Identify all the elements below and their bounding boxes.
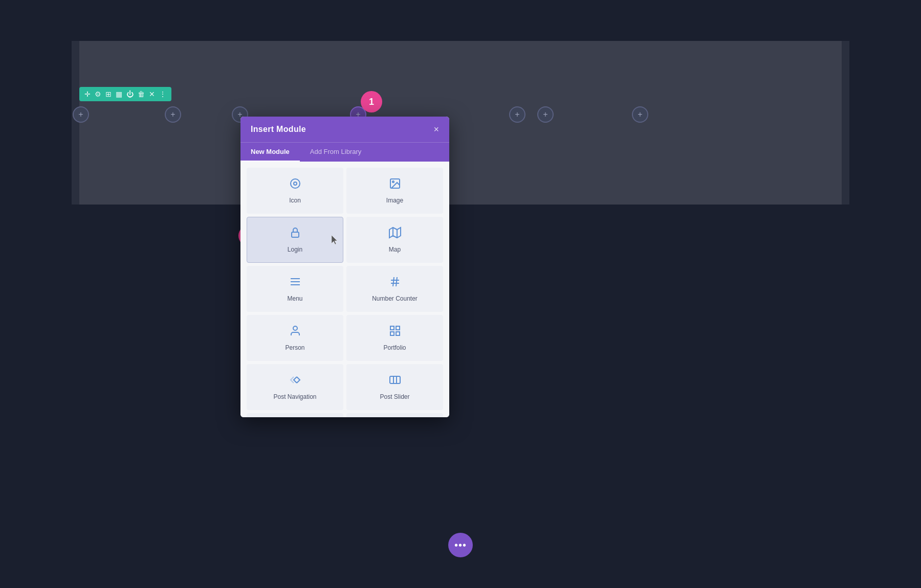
plus-button-5[interactable]: + <box>509 106 525 123</box>
post-navigation-module-label: Post Navigation <box>273 393 316 400</box>
trash-toolbar-icon[interactable]: 🗑 <box>138 90 145 98</box>
module-item-pricing-tables[interactable]: Pricing Tables <box>346 413 443 417</box>
post-slider-module-label: Post Slider <box>380 393 409 400</box>
module-item-post-navigation[interactable]: Post Navigation <box>247 364 343 410</box>
canvas-area <box>72 41 849 205</box>
module-grid: Icon Image <box>245 166 445 417</box>
module-item-menu[interactable]: Menu <box>247 266 343 312</box>
close-toolbar-icon[interactable]: ✕ <box>149 90 155 98</box>
svg-rect-18 <box>396 332 400 335</box>
module-item-person[interactable]: Person <box>247 315 343 361</box>
svg-marker-5 <box>389 228 401 238</box>
modal-title: Insert Module <box>251 125 306 134</box>
icon-module-label: Icon <box>289 197 301 204</box>
dots-button[interactable]: ••• <box>448 533 473 557</box>
tab-new-module[interactable]: New Module <box>240 143 300 162</box>
power-toolbar-icon[interactable]: ⏻ <box>126 90 134 98</box>
map-module-icon <box>389 227 401 242</box>
plus-button-7[interactable]: + <box>632 106 648 123</box>
person-module-label: Person <box>285 344 304 351</box>
person-module-icon <box>289 325 301 340</box>
login-module-label: Login <box>288 246 302 253</box>
modal-tabs: New Module Add From Library <box>240 142 449 162</box>
module-item-login[interactable]: Login <box>247 217 343 263</box>
menu-module-icon <box>289 276 301 291</box>
svg-rect-20 <box>390 376 400 383</box>
tab-add-from-library[interactable]: Add From Library <box>300 143 371 162</box>
svg-point-0 <box>291 179 300 188</box>
svg-rect-4 <box>292 232 299 237</box>
module-item-portfolio[interactable]: Portfolio <box>346 315 443 361</box>
portfolio-module-label: Portfolio <box>383 344 406 351</box>
columns-toolbar-icon[interactable]: ▦ <box>116 90 122 98</box>
module-item-map[interactable]: Map <box>346 217 443 263</box>
image-module-icon <box>389 177 401 193</box>
plus-button-2[interactable]: + <box>165 106 181 123</box>
portfolio-module-icon <box>389 325 401 340</box>
svg-rect-19 <box>390 332 394 335</box>
module-item-icon[interactable]: Icon <box>247 168 343 214</box>
number-counter-module-icon <box>389 276 401 291</box>
post-slider-module-icon <box>389 374 401 389</box>
svg-point-15 <box>293 326 297 330</box>
svg-point-1 <box>294 182 297 185</box>
module-item-post-title[interactable]: Post Title <box>247 413 343 417</box>
badge-1: 1 <box>361 91 382 112</box>
svg-rect-17 <box>396 326 400 330</box>
map-module-label: Map <box>389 246 401 253</box>
number-counter-module-label: Number Counter <box>372 295 418 302</box>
plus-button-1[interactable]: + <box>73 106 89 123</box>
svg-line-14 <box>396 277 397 286</box>
module-item-post-slider[interactable]: Post Slider <box>346 364 443 410</box>
svg-line-13 <box>393 277 394 286</box>
insert-module-modal: Insert Module × New Module Add From Libr… <box>240 117 449 417</box>
icon-module-icon <box>289 177 301 193</box>
modal-body[interactable]: Icon Image <box>240 162 449 417</box>
modal-close-button[interactable]: × <box>433 125 439 134</box>
svg-point-3 <box>392 181 394 183</box>
module-item-number-counter[interactable]: Number Counter <box>346 266 443 312</box>
menu-module-label: Menu <box>287 295 302 302</box>
plus-button-6[interactable]: + <box>537 106 554 123</box>
module-toolbar: ✛ ⚙ ⊞ ▦ ⏻ 🗑 ✕ ⋮ <box>79 87 171 101</box>
login-module-icon <box>289 227 301 242</box>
canvas-content <box>79 41 842 205</box>
add-toolbar-icon[interactable]: ✛ <box>84 90 91 98</box>
modal-header: Insert Module × <box>240 117 449 142</box>
settings-toolbar-icon[interactable]: ⚙ <box>95 90 101 98</box>
svg-rect-16 <box>390 326 394 330</box>
layout-toolbar-icon[interactable]: ⊞ <box>105 90 112 98</box>
module-item-image[interactable]: Image <box>346 168 443 214</box>
post-navigation-module-icon <box>289 374 301 389</box>
image-module-label: Image <box>386 197 403 204</box>
more-toolbar-icon[interactable]: ⋮ <box>159 90 166 98</box>
